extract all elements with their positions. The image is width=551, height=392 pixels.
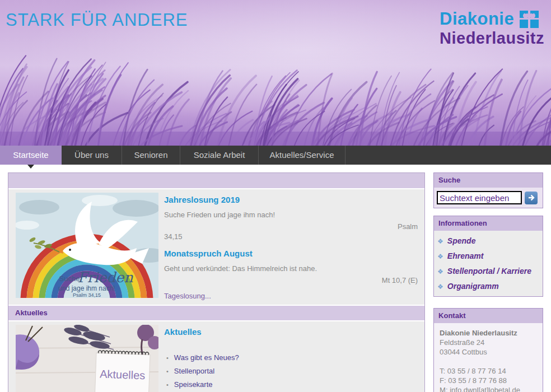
kontakt-name: Diakonie Niederlausitz <box>440 328 537 338</box>
tab-senioren[interactable]: Senioren <box>122 146 180 165</box>
sidebar-item-spende[interactable]: ❖ Spende <box>437 236 539 245</box>
jahreslosung-ref-1: Psalm <box>164 222 418 231</box>
kontakt-street: Feldstraße 24 <box>440 338 537 347</box>
link-spende[interactable]: Spende <box>447 236 476 245</box>
informationen-box: Informationen ❖ Spende ❖ Ehrenamt ❖ Stel… <box>433 216 543 297</box>
sidebar-item-stellenportal-karriere[interactable]: ❖ Stellenportal / Karriere <box>437 267 539 276</box>
sidebar-item-ehrenamt[interactable]: ❖ Ehrenamt <box>437 251 539 260</box>
aktuelles-text-column: Aktuelles •Was gibt es Neues? •Stellenpo… <box>164 325 418 392</box>
jahreslosung-title: Jahreslosung 2019 <box>164 195 418 204</box>
svg-text:Suche: Suche <box>59 274 80 283</box>
tageslosung-link[interactable]: Tageslosung... <box>164 292 418 300</box>
aktuelles-section-bar: Aktuelles <box>8 306 424 320</box>
aktuelles-title: Aktuelles <box>164 327 418 337</box>
link-ehrenamt[interactable]: Ehrenamt <box>447 251 484 260</box>
informationen-box-title: Informationen <box>434 216 543 231</box>
bullet-icon: • <box>166 368 169 375</box>
diamond-bullet-icon: ❖ <box>437 283 443 291</box>
list-item: •Stellenportal <box>164 367 418 375</box>
monatsspruch-quote: Geht und verkündet: Das Himmelreich ist … <box>164 264 418 273</box>
jahreslosung-ref-2: 34,15 <box>164 232 418 241</box>
sidebar: Suche Informationen ❖ Spende <box>433 172 543 392</box>
jahreslosung-quote: Suche Frieden und jage ihm nach! <box>164 210 418 220</box>
arrow-right-icon <box>527 194 535 202</box>
hero-header: STARK FÜR ANDERE Diakonie Niederlausitz <box>0 0 551 146</box>
link-stellenportal[interactable]: Stellenportal <box>174 367 214 375</box>
list-item: •Speisekarte <box>164 380 418 389</box>
search-box: Suche <box>433 172 543 208</box>
diakonie-logo: Diakonie Niederlausitz <box>440 10 544 46</box>
diamond-bullet-icon: ❖ <box>437 253 443 260</box>
losung-text-column: Jahreslosung 2019 Suche Frieden und jage… <box>164 193 418 300</box>
kronenkreuz-icon <box>520 11 539 28</box>
logo-text-diakonie: Diakonie <box>440 10 514 29</box>
bullet-icon: • <box>166 381 169 388</box>
tab-startseite[interactable]: Startseite <box>0 146 62 165</box>
jahreslosung-panel: Suche Frieden und jage ihm nach! Psalm 3… <box>8 189 424 305</box>
kontakt-box: Kontakt Diakonie Niederlausitz Feldstraß… <box>433 308 543 392</box>
svg-text:Aktuelles: Aktuelles <box>100 368 146 382</box>
diamond-bullet-icon: ❖ <box>437 237 443 245</box>
aktuelles-panel: Aktuelles Mitteilungen Aktuelles •Was gi… <box>8 321 424 392</box>
main-content-box: Suche Frieden und jage ihm nach! Psalm 3… <box>8 172 425 392</box>
kontakt-city: 03044 Cottbus <box>440 347 537 357</box>
tab-soziale-arbeit[interactable]: Soziale Arbeit <box>180 146 259 165</box>
search-input[interactable] <box>437 191 522 204</box>
search-box-title: Suche <box>434 173 543 188</box>
logo-text-niederlausitz: Niederlausitz <box>440 30 544 46</box>
kontakt-fax: F: 03 55 / 8 77 76 88 <box>440 376 537 385</box>
search-submit-button[interactable] <box>525 192 538 204</box>
diamond-bullet-icon: ❖ <box>437 268 443 276</box>
kontakt-phone: T: 03 55 / 8 77 76 14 <box>440 366 537 376</box>
main-navigation: Startseite Über uns Senioren Soziale Arb… <box>0 146 551 165</box>
jahreslosung-image: Suche Frieden und jage ihm nach! Psalm 3… <box>16 193 158 300</box>
svg-text:Psalm 34,15: Psalm 34,15 <box>73 292 101 298</box>
aktuelles-link-list: •Was gibt es Neues? •Stellenportal •Spei… <box>164 353 418 392</box>
svg-text:und jage ihm nach!: und jage ihm nach! <box>58 284 115 292</box>
tab-aktuelles-service[interactable]: Aktuelles/Service <box>259 146 345 165</box>
site-tagline: STARK FÜR ANDERE <box>6 10 188 30</box>
link-stellenportal-karriere[interactable]: Stellenportal / Karriere <box>447 267 531 276</box>
kontakt-box-title: Kontakt <box>434 309 543 323</box>
content-top-bar <box>8 173 424 188</box>
bullet-icon: • <box>166 354 169 361</box>
link-organigramm[interactable]: Organigramm <box>447 282 499 291</box>
page: STARK FÜR ANDERE Diakonie Niederlausitz … <box>0 0 551 392</box>
link-speisekarte[interactable]: Speisekarte <box>174 380 213 389</box>
svg-text:Frieden: Frieden <box>78 269 134 286</box>
content-layout: Suche Frieden und jage ihm nach! Psalm 3… <box>0 172 551 392</box>
monatsspruch-ref: Mt 10,7 (E) <box>164 276 418 285</box>
tab-ueber-uns[interactable]: Über uns <box>62 146 122 165</box>
sidebar-item-organigramm[interactable]: ❖ Organigramm <box>437 282 539 291</box>
link-was-gibt-es-neues[interactable]: Was gibt es Neues? <box>174 353 239 362</box>
kontakt-mail: M: info.dwnl[at]lobetal.de <box>440 385 537 392</box>
aktuelles-image: Aktuelles Mitteilungen <box>16 325 158 392</box>
list-item: •Was gibt es Neues? <box>164 353 418 362</box>
monatsspruch-title: Monatsspruch August <box>164 249 418 258</box>
